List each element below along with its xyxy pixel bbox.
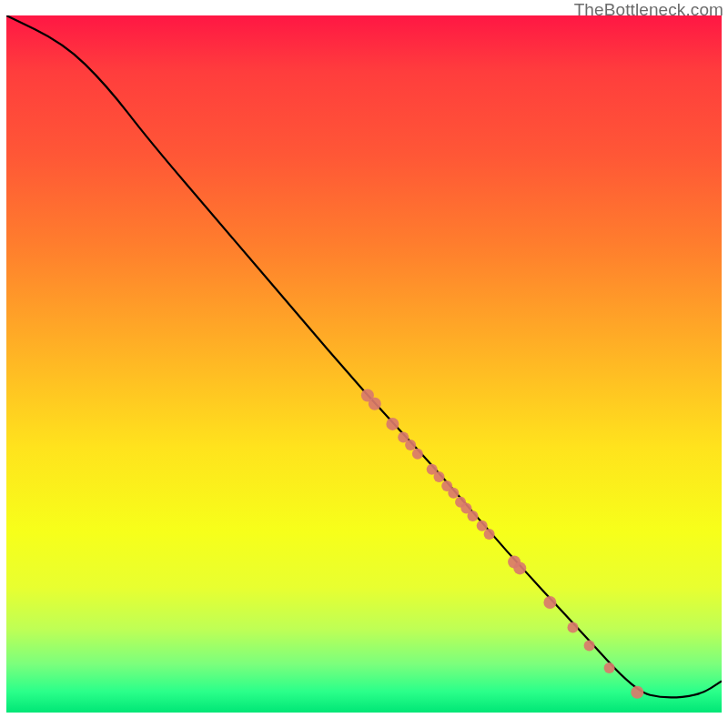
attribution-label: TheBottleneck.com: [574, 0, 723, 20]
gradient-background: [6, 15, 722, 713]
chart-container: TheBottleneck.com: [0, 0, 728, 728]
